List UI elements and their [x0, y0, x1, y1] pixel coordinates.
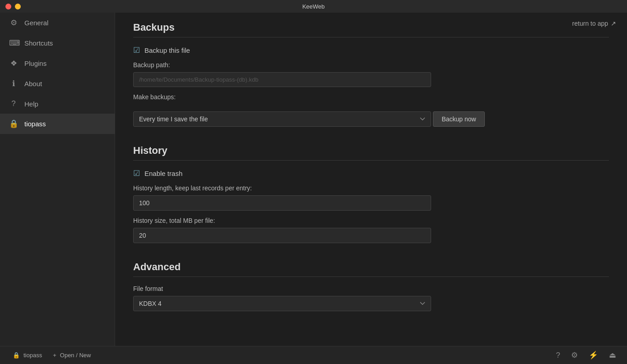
keyboard-icon: ⌨: [9, 38, 18, 48]
backup-now-button[interactable]: Backup now: [433, 111, 484, 127]
sidebar-item-label-general: General: [24, 19, 48, 27]
bottom-db-button[interactable]: 🔒 tiopass: [7, 352, 47, 359]
bottom-lock-icon: 🔒: [13, 352, 20, 359]
file-format-label: File format: [133, 285, 609, 292]
history-length-input[interactable]: [133, 195, 431, 211]
settings-icon: ⚙: [9, 18, 18, 28]
sidebar-db-label: tiopass: [24, 120, 46, 128]
sidebar-item-label-plugins: Plugins: [24, 60, 46, 67]
enable-trash-checkbox-row[interactable]: ☑ Enable trash: [133, 169, 609, 178]
advanced-section: Advanced File format KDBX 4 KDBX 3.1: [115, 252, 627, 320]
make-backups-label: Make backups:: [133, 93, 609, 101]
backup-this-file-checkbox-icon: ☑: [133, 46, 140, 55]
bottom-bar: 🔒 tiopass + Open / New ? ⚙ ⚡ ⏏: [0, 346, 627, 364]
sidebar-item-general[interactable]: ⚙ General: [0, 13, 115, 33]
bottom-icons: ? ⚙ ⚡ ⏏: [553, 349, 620, 362]
exit-icon-button[interactable]: ⏏: [605, 349, 620, 362]
make-backups-select[interactable]: Every time I save the file Once a day On…: [133, 111, 431, 127]
lightning-icon-button[interactable]: ⚡: [585, 349, 602, 362]
return-icon: ↗: [611, 20, 616, 27]
bottom-db-label: tiopass: [23, 352, 42, 359]
bottom-open-button[interactable]: + Open / New: [47, 352, 96, 359]
help-icon: ?: [9, 99, 18, 108]
history-title: History: [133, 145, 609, 161]
history-size-input[interactable]: [133, 228, 431, 243]
file-format-select[interactable]: KDBX 4 KDBX 3.1: [133, 296, 431, 311]
backup-this-file-label: Backup this file: [144, 46, 190, 54]
help-icon-button[interactable]: ?: [553, 349, 564, 362]
sidebar-item-tiopass[interactable]: 🔒 tiopass: [0, 114, 115, 134]
sidebar-item-plugins[interactable]: ❖ Plugins: [0, 53, 115, 74]
sidebar-item-label-shortcuts: Shortcuts: [24, 39, 53, 47]
bottom-open-label: Open / New: [60, 352, 91, 359]
sidebar-item-label-about: About: [24, 80, 42, 88]
sidebar-item-label-help: Help: [24, 100, 38, 108]
return-to-app-label: return to app: [572, 20, 608, 27]
sidebar: ⚙ General ⌨ Shortcuts ❖ Plugins ℹ About …: [0, 13, 115, 346]
advanced-title: Advanced: [133, 261, 609, 277]
info-icon: ℹ: [9, 79, 18, 88]
lock-icon: 🔒: [9, 119, 18, 129]
sidebar-item-shortcuts[interactable]: ⌨ Shortcuts: [0, 33, 115, 53]
minimize-button[interactable]: [15, 4, 21, 9]
close-button[interactable]: [5, 4, 11, 9]
history-size-label: History size, total MB per file:: [133, 217, 609, 224]
history-length-label: History length, keep last records per en…: [133, 184, 609, 192]
backup-path-input[interactable]: [133, 72, 431, 87]
main-content: return to app ↗ Backups ☑ Backup this fi…: [115, 13, 627, 346]
enable-trash-label: Enable trash: [144, 170, 182, 177]
sidebar-item-about[interactable]: ℹ About: [0, 74, 115, 94]
enable-trash-checkbox-icon: ☑: [133, 169, 140, 178]
titlebar: KeeWeb: [0, 0, 627, 13]
plugins-icon: ❖: [9, 59, 18, 68]
sidebar-item-help[interactable]: ? Help: [0, 94, 115, 114]
history-section: History ☑ Enable trash History length, k…: [115, 136, 627, 252]
titlebar-title: KeeWeb: [302, 3, 325, 10]
backup-path-label: Backup path:: [133, 61, 609, 69]
app-body: ⚙ General ⌨ Shortcuts ❖ Plugins ℹ About …: [0, 13, 627, 346]
backup-this-file-checkbox-row[interactable]: ☑ Backup this file: [133, 46, 609, 55]
titlebar-buttons: [5, 4, 21, 9]
bottom-plus-icon: +: [53, 352, 56, 359]
return-to-app-link[interactable]: return to app ↗: [572, 20, 616, 27]
sidebar-nav: ⚙ General ⌨ Shortcuts ❖ Plugins ℹ About …: [0, 13, 115, 346]
backups-title: Backups: [133, 22, 609, 37]
settings-icon-button[interactable]: ⚙: [567, 349, 581, 362]
backups-section: Backups ☑ Backup this file Backup path: …: [115, 13, 627, 136]
